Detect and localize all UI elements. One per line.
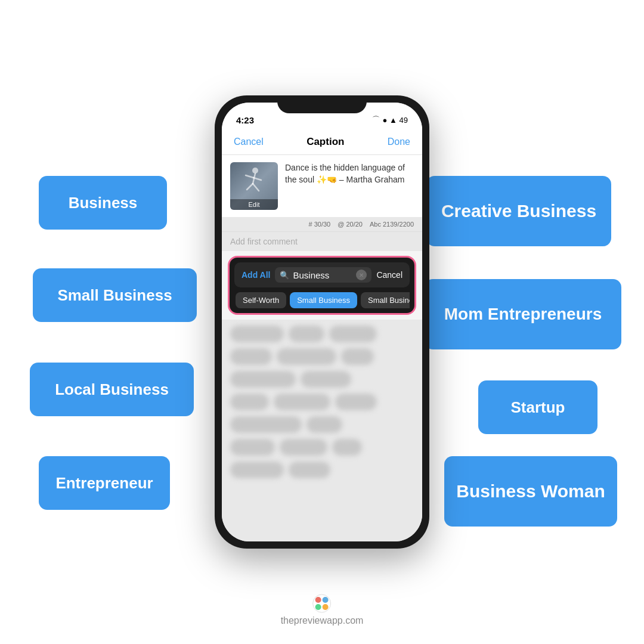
chip-small-business-co[interactable]: Small Business (Co [361, 292, 410, 308]
phone-screen: 4:23 ⌒ ● ▲ 49 Cancel Caption Done [222, 103, 422, 541]
svg-point-0 [252, 168, 258, 174]
blur-pill [230, 462, 284, 478]
svg-point-10 [323, 604, 329, 610]
char-count: Abc 2139/2200 [370, 221, 414, 228]
svg-point-8 [323, 597, 329, 603]
add-all-button[interactable]: Add All [242, 270, 270, 280]
blur-pill [230, 371, 296, 388]
bottom-branding: thepreviewapp.com [281, 594, 364, 626]
done-button[interactable]: Done [388, 137, 410, 147]
chip-self-worth[interactable]: Self-Worth [236, 292, 286, 308]
blurred-content [222, 320, 422, 541]
search-cancel-button[interactable]: Cancel [376, 270, 402, 280]
tag-startup[interactable]: Startup [478, 380, 597, 434]
page-title: Caption [306, 136, 344, 148]
mention-count: @ 20/20 [338, 221, 363, 228]
phone-notch [277, 95, 367, 113]
tag-business[interactable]: Business [39, 176, 167, 230]
blur-pill [329, 326, 377, 342]
blur-pill [230, 348, 272, 365]
blur-pill [341, 348, 374, 365]
blur-pill [289, 326, 324, 342]
blur-pill [230, 439, 275, 456]
wifi-icon: ⌒ [372, 114, 380, 125]
tag-entrepreneur[interactable]: Entrepreneur [39, 456, 170, 510]
tag-chips-row: Self-Worth Small Business Small Business… [234, 292, 410, 308]
svg-line-4 [246, 175, 253, 178]
blur-pill [230, 416, 302, 433]
phone-frame: 4:23 ⌒ ● ▲ 49 Cancel Caption Done [215, 95, 429, 549]
blur-pill [230, 394, 269, 410]
tag-small-business[interactable]: Small Business [33, 268, 197, 322]
svg-point-7 [315, 597, 321, 603]
blur-pill [306, 416, 342, 433]
tag-creative-business[interactable]: Creative Business [426, 176, 611, 246]
brand-logo [312, 594, 332, 613]
tag-mom-entrepreneurs[interactable]: Mom Entrepreneurs [425, 279, 621, 349]
blur-pill [335, 394, 377, 410]
status-time: 4:23 [236, 115, 254, 125]
blur-pill [301, 371, 351, 388]
search-input[interactable]: Business [293, 270, 352, 280]
edit-label[interactable]: Edit [230, 199, 278, 210]
search-bar: Add All 🔍 Business ✕ Cancel [234, 262, 410, 287]
svg-line-2 [247, 184, 253, 190]
tag-local-business[interactable]: Local Business [30, 363, 194, 416]
caption-area: Edit Dance is the hidden language of the… [222, 155, 422, 217]
blur-pill [277, 348, 336, 365]
search-input-wrap[interactable]: 🔍 Business ✕ [275, 267, 371, 283]
caption-text: Dance is the hidden language of the soul… [285, 162, 414, 210]
battery-icon: ● ▲ 49 [383, 116, 408, 125]
blur-pill [280, 439, 327, 456]
brand-website: thepreviewapp.com [281, 615, 364, 626]
blur-pill [289, 462, 330, 478]
tag-business-woman[interactable]: Business Woman [444, 456, 617, 527]
blur-pill [230, 326, 284, 342]
svg-point-9 [315, 604, 321, 610]
cancel-button[interactable]: Cancel [234, 137, 264, 147]
nav-bar: Cancel Caption Done [222, 129, 422, 155]
svg-line-3 [253, 184, 259, 191]
hashtag-count: # 30/30 [309, 221, 331, 228]
search-clear-button[interactable]: ✕ [356, 270, 367, 280]
dancer-icon [242, 167, 266, 200]
svg-point-6 [313, 595, 331, 612]
blur-pill [274, 394, 330, 410]
blur-pill [332, 439, 362, 456]
status-icons: ⌒ ● ▲ 49 [372, 114, 408, 125]
caption-thumbnail[interactable]: Edit [230, 162, 278, 210]
hashtag-search-section: Add All 🔍 Business ✕ Cancel Self-Worth S… [228, 256, 416, 315]
stats-row: # 30/30 @ 20/20 Abc 2139/2200 [222, 217, 422, 231]
chip-small-business[interactable]: Small Business [290, 292, 357, 308]
comment-area[interactable]: Add first comment [222, 231, 422, 251]
search-icon: 🔍 [280, 271, 289, 280]
page-wrapper: Business Small Business Local Business E… [0, 0, 644, 644]
